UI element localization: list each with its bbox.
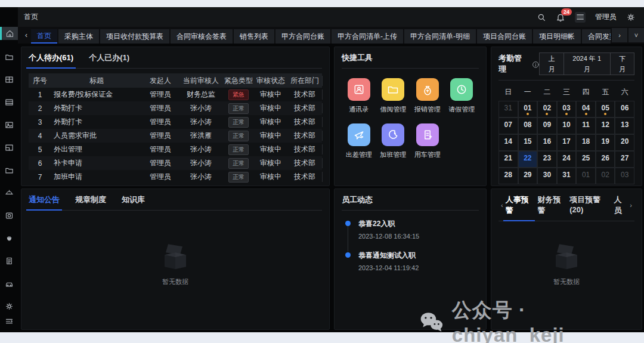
sidebar-collapse-button[interactable]	[0, 314, 18, 327]
next-month-button[interactable]: 下月	[611, 52, 634, 75]
action-link[interactable]: 办理	[322, 131, 323, 141]
calendar-day[interactable]: 24	[557, 151, 577, 168]
calendar-day[interactable]: 31	[499, 101, 518, 118]
tabs-scroll-right-icon[interactable]: ›	[612, 28, 627, 42]
calendar-day[interactable]: 20	[615, 134, 634, 151]
nav-tab[interactable]: 甲方合同清单-明细	[404, 29, 476, 44]
action-link[interactable]: 办理	[322, 172, 323, 182]
action-link[interactable]: 办理	[322, 158, 323, 168]
sidebar-item-folder[interactable]	[0, 48, 18, 65]
quick-tool[interactable]: 出差管理	[342, 123, 376, 159]
sidebar-item-image[interactable]	[0, 116, 18, 133]
quick-tool[interactable]: 通讯录	[342, 78, 376, 114]
action-link[interactable]: 办理	[322, 117, 323, 127]
nav-tab[interactable]: 项目收付款预算表	[100, 29, 169, 44]
action-link[interactable]: 办理	[322, 103, 323, 113]
calendar-day[interactable]: 03	[557, 101, 577, 118]
nav-tab[interactable]: 销售列表	[234, 29, 274, 44]
sidebar-item-document[interactable]	[0, 252, 18, 269]
calendar-day[interactable]: 04	[576, 101, 596, 118]
calendar-day[interactable]: 09	[537, 118, 557, 134]
column-header: 审核状态	[254, 76, 287, 86]
warn-tabs-left-icon[interactable]: ‹	[499, 202, 506, 214]
quick-tool[interactable]: 报销管理	[410, 78, 445, 114]
calendar-day[interactable]: 17	[557, 134, 577, 151]
quick-tool[interactable]: 加班管理	[376, 123, 411, 159]
row-initiator: 管理员	[142, 89, 179, 100]
notification-bell-icon[interactable]: 24	[556, 13, 565, 22]
panel-tab[interactable]: 人员	[614, 194, 627, 221]
tabs-menu-chevron-icon[interactable]: ˅	[628, 28, 644, 42]
quick-tool[interactable]: 用车管理	[410, 123, 445, 159]
calendar-day[interactable]: 22	[518, 151, 538, 168]
sidebar-item-table[interactable]	[0, 71, 18, 88]
gear-icon[interactable]	[626, 13, 636, 22]
row-dept: 技术部	[287, 117, 322, 127]
calendar-day[interactable]: 07	[499, 118, 518, 134]
panel-tab[interactable]: 人事预警	[506, 194, 533, 221]
sidebar-item-home[interactable]	[0, 27, 18, 40]
row-dept: 技术部	[287, 144, 322, 154]
sidebar-item-camera[interactable]	[0, 207, 18, 224]
calendar-day[interactable]: 06	[615, 101, 634, 118]
calendar-day[interactable]: 23	[537, 151, 557, 168]
sidebar-item-car[interactable]	[0, 275, 18, 292]
sidebar-item-list[interactable]	[0, 94, 18, 110]
nav-tab[interactable]: 首页	[31, 29, 57, 44]
table-row: 7加班申请管理员张小涛正常审核中技术部查看办理隐藏	[29, 170, 322, 184]
calendar-day[interactable]: 01	[576, 168, 596, 184]
search-icon[interactable]	[537, 13, 546, 22]
calendar-day[interactable]: 31	[557, 168, 577, 184]
nav-tab[interactable]: 甲方合同台账	[275, 29, 330, 44]
warn-tabs-right-icon[interactable]: ›	[627, 202, 634, 214]
calendar-day[interactable]: 01	[518, 101, 538, 118]
calendar-day[interactable]: 19	[596, 134, 615, 151]
calendar-day[interactable]: 10	[557, 118, 577, 134]
nav-tab[interactable]: 项目明细帐	[533, 29, 581, 44]
panel-tab[interactable]: 项目预警(20)	[569, 194, 609, 221]
nav-tab[interactable]: 合同发票	[582, 29, 611, 44]
sidebar-item-teapot[interactable]	[0, 230, 18, 246]
calendar-day[interactable]: 02	[596, 168, 615, 184]
panel-tab[interactable]: 规章制度	[75, 194, 106, 210]
calendar-day[interactable]: 03	[615, 168, 634, 184]
nav-tab[interactable]: 甲方合同清单-上传	[332, 29, 403, 44]
calendar-day[interactable]: 15	[518, 134, 538, 151]
calendar-day[interactable]: 12	[596, 118, 615, 134]
calendar-day[interactable]: 08	[518, 118, 538, 134]
quick-tool[interactable]: 请假管理	[445, 78, 479, 114]
nav-tab[interactable]: 合同审核会签表	[171, 29, 233, 44]
calendar-day[interactable]: 05	[596, 101, 615, 118]
calendar-day[interactable]: 18	[576, 134, 596, 151]
quick-tool[interactable]: 借阅管理	[376, 78, 411, 114]
calendar-day[interactable]: 29	[518, 168, 538, 184]
action-link[interactable]: 办理	[322, 144, 323, 154]
panel-tab[interactable]: 财务预警	[537, 194, 565, 221]
nav-tab[interactable]: 采购主体	[58, 29, 99, 44]
panel-tab[interactable]: 个人待办(61)	[29, 52, 73, 68]
calendar-day[interactable]: 11	[576, 118, 596, 134]
sidebar-item-panel[interactable]	[0, 139, 18, 156]
calendar-day[interactable]: 02	[537, 101, 557, 118]
calendar-day[interactable]: 13	[615, 118, 634, 134]
action-link[interactable]: 办理	[322, 89, 323, 100]
row-dept: 技术部	[287, 89, 322, 100]
panel-tab[interactable]: 通知公告	[29, 194, 60, 210]
calendar-day[interactable]: 25	[576, 151, 596, 168]
sidebar-item-folder[interactable]	[0, 162, 18, 178]
tabs-scroll-left-icon[interactable]: ‹	[21, 31, 31, 39]
calendar-day[interactable]: 16	[537, 134, 557, 151]
panel-tab[interactable]: 个人已办(1)	[89, 52, 129, 68]
sidebar-item-helmet[interactable]	[0, 184, 18, 201]
prev-month-button[interactable]: 上月	[539, 52, 564, 75]
calendar-day[interactable]: 30	[537, 168, 557, 184]
calendar-day[interactable]: 14	[499, 134, 518, 151]
calendar-day[interactable]: 26	[596, 151, 615, 168]
calendar-day[interactable]: 27	[615, 151, 634, 168]
sidebar-item-gear[interactable]	[0, 298, 18, 314]
avatar[interactable]	[575, 12, 586, 23]
calendar-day[interactable]: 21	[499, 151, 518, 168]
nav-tab[interactable]: 项目合同台账	[477, 29, 532, 44]
calendar-day[interactable]: 28	[499, 168, 518, 184]
panel-tab[interactable]: 知识库	[122, 194, 145, 210]
